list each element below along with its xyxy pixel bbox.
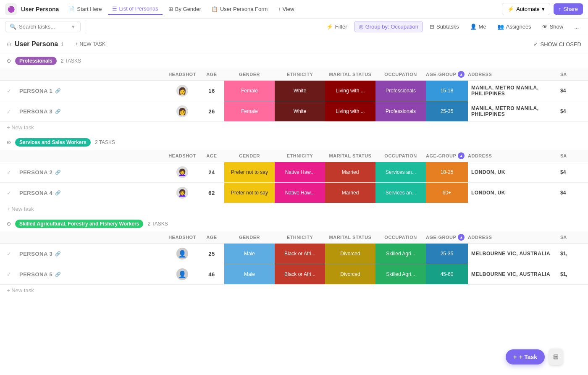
me-button[interactable]: 👤 Me xyxy=(466,21,491,32)
page-title: User Persona xyxy=(15,40,58,48)
group-badge-professionals: Professionals xyxy=(15,57,57,65)
persona-2-marital: Married xyxy=(325,162,375,182)
col-header-gender-k: GENDER xyxy=(224,235,275,240)
persona-3a-ethnicity: White xyxy=(275,101,325,121)
tab-list-of-personas[interactable]: ☰ List of Personas xyxy=(108,3,163,15)
app-title: User Persona xyxy=(21,6,59,13)
link-icon[interactable]: 🔗 xyxy=(55,88,61,94)
more-button[interactable]: ... xyxy=(570,21,583,32)
subtasks-icon: ⊟ xyxy=(430,24,434,30)
group-badge-skilled: Skilled Agricultural, Forestry and Fishe… xyxy=(15,220,143,228)
col-header-marital-k: MARITAL STATUS xyxy=(325,235,375,240)
persona-4-occupation: Services an... xyxy=(375,183,426,203)
persona-5-name[interactable]: Persona 5 xyxy=(19,271,52,278)
persona-2-occupation: Services an... xyxy=(375,162,426,182)
persona-3b-marital: Divorced xyxy=(325,244,375,264)
sort-indicator-s: ▲ xyxy=(458,152,465,159)
persona-1-address: Manila, Metro Manila, Philippines xyxy=(468,85,560,97)
start-here-icon: 📄 xyxy=(68,6,75,12)
col-header-sa-k: SA xyxy=(560,235,581,240)
col-header-address: ADDRESS xyxy=(468,72,560,77)
group-header-services: ⊙ Services and Sales Workers 2 TASKS xyxy=(0,135,588,150)
persona-3b-age-group: 25-35 xyxy=(426,244,468,264)
row-check-persona5[interactable]: ✓ xyxy=(7,271,11,278)
persona-2-age-group: 18-25 xyxy=(426,162,468,182)
group-toggle-professionals[interactable]: ⊙ xyxy=(7,58,11,64)
persona-3a-marital: Living with ... xyxy=(325,101,375,121)
persona-3a-name[interactable]: Persona 3 xyxy=(19,108,52,115)
persona-3a-occupation: Professionals xyxy=(375,101,426,121)
persona-4-age: 62 xyxy=(199,190,224,196)
persona-3b-occupation: Skilled Agri... xyxy=(375,244,426,264)
persona-3a-age: 26 xyxy=(199,108,224,115)
group-toggle-services[interactable]: ⊙ xyxy=(7,139,11,145)
column-headers-professionals: HEADSHOT AGE GENDER ETHNICITY MARITAL ST… xyxy=(0,68,588,81)
new-task-row-professionals[interactable]: + New task xyxy=(0,122,588,135)
persona-3b-headshot: 👤 xyxy=(176,248,188,260)
show-closed-button[interactable]: ✓ SHOW CLOSED xyxy=(533,41,581,47)
col-header-address-k: ADDRESS xyxy=(468,235,560,240)
search-input[interactable] xyxy=(19,24,69,30)
persona-5-age-group: 45-60 xyxy=(426,264,468,284)
col-header-headshot: HEADSHOT xyxy=(165,72,199,77)
link-icon[interactable]: 🔗 xyxy=(55,272,61,277)
filter-button[interactable]: ⚡ Filter xyxy=(322,21,352,32)
link-icon[interactable]: 🔗 xyxy=(55,190,61,196)
link-icon[interactable]: 🔗 xyxy=(55,170,61,175)
persona-3b-age: 25 xyxy=(199,251,224,257)
new-task-row-services[interactable]: + New task xyxy=(0,203,588,216)
automate-button[interactable]: ⚡ Automate ▾ xyxy=(502,3,550,15)
col-header-headshot-s: HEADSHOT xyxy=(165,153,199,158)
subtasks-button[interactable]: ⊟ Subtasks xyxy=(425,21,463,32)
col-header-sa: SA xyxy=(560,72,581,77)
col-header-age-group: AGE-GROUP ▲ xyxy=(426,71,468,78)
share-button[interactable]: ↑ Share xyxy=(554,3,583,15)
check-icon: ✓ xyxy=(533,41,538,47)
assignees-button[interactable]: 👥 Assignees xyxy=(493,21,536,32)
persona-4-name[interactable]: Persona 4 xyxy=(19,190,52,196)
link-icon[interactable]: 🔗 xyxy=(55,251,61,257)
persona-4-age-group: 60+ xyxy=(426,183,468,203)
persona-1-marital: Living with ... xyxy=(325,81,375,101)
group-task-count-skilled: 2 TASKS xyxy=(147,221,168,227)
info-icon: ℹ xyxy=(61,41,63,47)
col-header-age-group-k: AGE-GROUP ▲ xyxy=(426,234,468,241)
link-icon[interactable]: 🔗 xyxy=(55,109,61,114)
persona-1-ethnicity: White xyxy=(275,81,325,101)
tab-by-gender[interactable]: ⊞ By Gender xyxy=(164,3,205,15)
persona-4-ethnicity: Native Haw... xyxy=(275,183,325,203)
table-row: ✓ Persona 2 🔗 👩‍🦱 24 Prefer not to say N… xyxy=(0,162,588,183)
col-header-age-s: AGE xyxy=(199,153,224,158)
row-check-persona4[interactable]: ✓ xyxy=(7,190,11,196)
persona-4-address: London, UK xyxy=(468,190,560,196)
persona-5-headshot: 👤 xyxy=(176,268,188,280)
persona-2-address: London, UK xyxy=(468,169,560,175)
row-check-persona1[interactable]: ✓ xyxy=(7,88,11,94)
persona-5-marital: Divorced xyxy=(325,264,375,284)
row-check-persona3a[interactable]: ✓ xyxy=(7,108,11,115)
tab-view[interactable]: + View xyxy=(273,3,298,15)
col-header-occupation-k: OCCUPATION xyxy=(375,235,426,240)
group-toggle-skilled[interactable]: ⊙ xyxy=(7,221,11,227)
persona-1-occupation: Professionals xyxy=(375,81,426,101)
row-check-persona2[interactable]: ✓ xyxy=(7,169,11,176)
group-header-skilled: ⊙ Skilled Agricultural, Forestry and Fis… xyxy=(0,216,588,231)
table-row: ✓ Persona 3 🔗 👤 25 Male Black or Afri...… xyxy=(0,244,588,264)
group-icon: ◎ xyxy=(359,24,363,30)
row-check-persona3b[interactable]: ✓ xyxy=(7,251,11,257)
tab-user-persona-form[interactable]: 📋 User Persona Form xyxy=(207,3,272,15)
show-button[interactable]: 👁 Show xyxy=(538,21,568,32)
persona-4-sa: $4 xyxy=(560,190,581,196)
search-box[interactable]: 🔍 ▾ xyxy=(5,21,81,32)
new-task-button[interactable]: + NEW TASK xyxy=(71,39,110,49)
tab-start-here[interactable]: 📄 Start Here xyxy=(64,3,106,15)
persona-1-name[interactable]: Persona 1 xyxy=(19,88,52,94)
persona-3b-name[interactable]: Persona 3 xyxy=(19,251,52,257)
new-task-row-skilled[interactable]: + New task xyxy=(0,285,588,298)
top-nav: 🟣 User Persona 📄 Start Here ☰ List of Pe… xyxy=(0,0,588,18)
group-by-button[interactable]: ◎ Group by: Occupation xyxy=(354,21,423,32)
persona-2-name[interactable]: Persona 2 xyxy=(19,169,52,176)
col-header-headshot-k: HEADSHOT xyxy=(165,235,199,240)
collapse-icon[interactable]: ⊙ xyxy=(7,41,11,47)
persona-2-sa: $4 xyxy=(560,169,581,175)
